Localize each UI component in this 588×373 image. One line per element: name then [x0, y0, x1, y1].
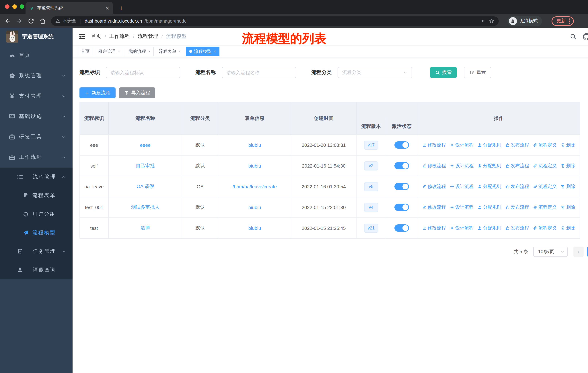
search-button[interactable]: 搜索 — [430, 67, 457, 78]
form-info-link[interactable]: /bpm/oa/leave/create — [232, 184, 277, 189]
forward-icon[interactable] — [16, 18, 23, 24]
prev-page-button[interactable]: ‹ — [573, 247, 584, 257]
action-cog-link[interactable]: 设计流程 — [450, 204, 473, 210]
sidebar-item-8[interactable]: 用户分组 — [0, 205, 73, 223]
active-toggle[interactable] — [394, 141, 409, 149]
action-trash-link[interactable]: 删除 — [561, 142, 575, 148]
filter-name-input[interactable] — [222, 67, 296, 78]
tag-close-icon[interactable]: × — [179, 49, 181, 53]
active-toggle[interactable] — [394, 224, 409, 232]
page-1-button[interactable]: 1 — [587, 247, 588, 257]
app-logo-row[interactable]: 芋道管理系统 — [0, 28, 73, 45]
tag-1[interactable]: 租户管理× — [95, 47, 123, 56]
version-badge[interactable]: v5 — [364, 182, 378, 191]
action-clip-link[interactable]: 流程定义 — [533, 183, 557, 190]
breadcrumb-process-mgmt[interactable]: 流程管理 — [138, 33, 158, 40]
url-host[interactable]: dashboard.yudao.iocoder.cn — [85, 18, 142, 23]
action-clip-link[interactable]: 流程定义 — [533, 163, 557, 169]
tag-3[interactable]: 流程表单× — [156, 47, 184, 56]
collapse-sidebar-icon[interactable] — [78, 33, 85, 40]
active-toggle[interactable] — [394, 204, 409, 211]
window-controls[interactable] — [5, 4, 24, 9]
action-pencil-link[interactable]: 修改流程 — [422, 163, 446, 169]
import-process-button[interactable]: 导入流程 — [119, 87, 155, 98]
action-thumb-link[interactable]: 发布流程 — [505, 225, 529, 231]
header-search-icon[interactable] — [570, 33, 577, 40]
minimize-window-button[interactable] — [12, 4, 17, 9]
tab-close-icon[interactable]: ✕ — [105, 5, 109, 11]
update-button[interactable]: 更新 — [552, 16, 574, 26]
sidebar-item-7[interactable]: 流程表单 — [0, 186, 73, 205]
action-trash-link[interactable]: 删除 — [561, 204, 575, 210]
active-toggle[interactable] — [394, 162, 409, 169]
tag-0[interactable]: 首页 — [78, 47, 93, 56]
action-cog-link[interactable]: 设计流程 — [450, 163, 473, 169]
sidebar-item-9[interactable]: 流程模型 — [0, 223, 73, 242]
filter-id-input[interactable] — [106, 67, 180, 78]
create-process-button[interactable]: 新建流程 — [79, 87, 116, 98]
sidebar-item-5[interactable]: 工作流程 — [0, 147, 73, 168]
reload-icon[interactable] — [28, 18, 34, 24]
action-trash-link[interactable]: 删除 — [561, 163, 575, 169]
page-size-select[interactable]: 10条/页 — [533, 247, 567, 257]
version-badge[interactable]: v2 — [364, 161, 378, 170]
form-info-link[interactable]: biubiu — [248, 142, 261, 148]
sidebar-item-11[interactable]: 请假查询 — [0, 261, 73, 279]
process-name-link[interactable]: 测试多审批人 — [131, 204, 159, 211]
tag-close-icon[interactable]: × — [214, 49, 216, 53]
form-info-link[interactable]: biubiu — [248, 204, 261, 210]
home-icon[interactable] — [39, 18, 46, 24]
action-clip-link[interactable]: 流程定义 — [533, 204, 557, 210]
github-icon[interactable] — [583, 33, 588, 40]
action-usersolid-link[interactable]: 分配规则 — [478, 183, 501, 190]
process-name-link[interactable]: 自己审批 — [136, 162, 155, 169]
process-name-link[interactable]: eeee — [140, 142, 151, 148]
sidebar-item-6[interactable]: 流程管理 — [0, 168, 73, 186]
key-icon[interactable] — [481, 18, 486, 24]
breadcrumb-home[interactable]: 首页 — [91, 33, 101, 40]
version-badge[interactable]: v4 — [364, 203, 378, 212]
action-thumb-link[interactable]: 发布流程 — [505, 142, 529, 148]
action-cog-link[interactable]: 设计流程 — [450, 142, 473, 148]
version-badge[interactable]: v21 — [364, 223, 378, 232]
tag-4[interactable]: 流程模型× — [186, 47, 220, 56]
sidebar-item-2[interactable]: 支付管理 — [0, 86, 73, 106]
action-usersolid-link[interactable]: 分配规则 — [478, 163, 501, 169]
reset-button[interactable]: 重置 — [464, 67, 491, 78]
sidebar-item-3[interactable]: 基础设施 — [0, 106, 73, 127]
filter-category-select[interactable]: 流程分类 — [337, 67, 412, 78]
action-thumb-link[interactable]: 发布流程 — [505, 204, 529, 210]
action-pencil-link[interactable]: 修改流程 — [422, 183, 446, 190]
action-usersolid-link[interactable]: 分配规则 — [478, 204, 501, 210]
address-bar[interactable]: 不安全 dashboard.yudao.iocoder.cn/bpm/manag… — [51, 16, 499, 26]
action-clip-link[interactable]: 流程定义 — [533, 142, 557, 148]
sidebar-item-4[interactable]: 研发工具 — [0, 127, 73, 147]
action-thumb-link[interactable]: 发布流程 — [505, 183, 529, 190]
action-usersolid-link[interactable]: 分配规则 — [478, 225, 501, 231]
action-usersolid-link[interactable]: 分配规则 — [478, 142, 501, 148]
action-pencil-link[interactable]: 修改流程 — [422, 204, 446, 210]
action-cog-link[interactable]: 设计流程 — [450, 183, 473, 190]
process-name-link[interactable]: OA 请假 — [136, 183, 154, 190]
active-toggle[interactable] — [394, 183, 409, 190]
form-info-link[interactable]: biubiu — [248, 225, 261, 231]
sidebar-item-10[interactable]: 任务管理 — [0, 242, 73, 261]
browser-menu-icon[interactable] — [569, 18, 570, 24]
security-label[interactable]: 不安全 — [63, 18, 76, 24]
process-name-link[interactable]: 滔博 — [141, 225, 150, 231]
breadcrumb-workflow[interactable]: 工作流程 — [109, 33, 130, 40]
action-trash-link[interactable]: 删除 — [561, 183, 575, 190]
maximize-window-button[interactable] — [20, 4, 24, 9]
tag-close-icon[interactable]: × — [148, 49, 151, 53]
tag-2[interactable]: 我的流程× — [125, 47, 154, 56]
action-cog-link[interactable]: 设计流程 — [450, 225, 473, 231]
form-info-link[interactable]: biubiu — [248, 163, 261, 169]
bookmark-star-icon[interactable] — [489, 18, 494, 24]
action-clip-link[interactable]: 流程定义 — [533, 225, 557, 231]
browser-tab[interactable]: 芋道管理系统 ✕ — [26, 2, 113, 14]
sidebar-item-0[interactable]: 首页 — [0, 45, 73, 66]
action-pencil-link[interactable]: 修改流程 — [422, 142, 446, 148]
close-window-button[interactable] — [5, 4, 10, 9]
version-badge[interactable]: v17 — [364, 141, 378, 150]
action-pencil-link[interactable]: 修改流程 — [422, 225, 446, 231]
